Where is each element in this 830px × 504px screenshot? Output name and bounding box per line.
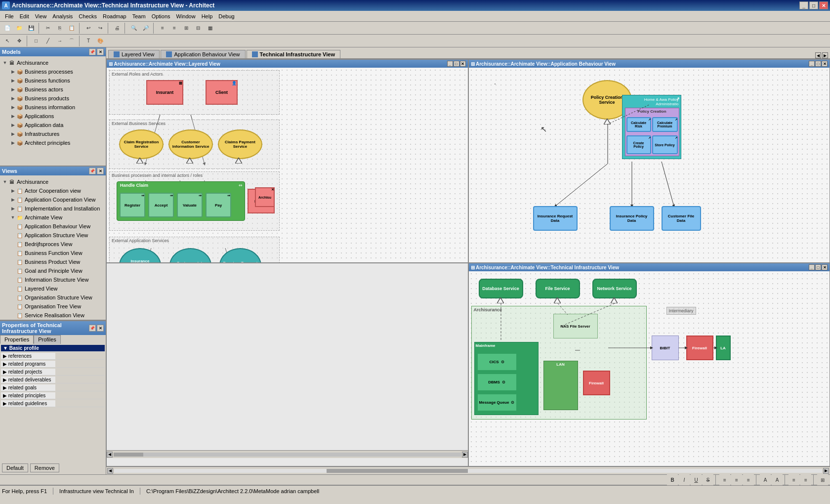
print-button[interactable]: 🖨 (112, 23, 123, 34)
scroll-track-main[interactable] (114, 469, 822, 473)
tree-applications[interactable]: ▶ 📦 Applications (10, 112, 104, 121)
zoom-in[interactable]: 🔍 (128, 23, 139, 34)
select-tool[interactable]: ↖ (2, 36, 13, 46)
tool3[interactable]: ▦ (205, 23, 215, 34)
ins-app-shape[interactable]: Insurance Application Service (119, 248, 161, 262)
menu-team[interactable]: Team (129, 12, 149, 20)
view-biz-function[interactable]: 📋 Business Function View (16, 249, 104, 257)
view-org-structure[interactable]: 📋 Organisation Structure View (16, 293, 104, 302)
view-app-coop[interactable]: ▶ 📋 Application Cooperation View (8, 195, 104, 204)
models-pin[interactable]: 📌 (89, 48, 96, 55)
cust-file-data-shape[interactable]: Customer File Data (662, 206, 701, 231)
claim-reg-shape[interactable]: Claim Registration Service (119, 129, 164, 159)
cut-button[interactable]: ✂ (42, 23, 53, 34)
view-org-tree[interactable]: 📋 Organisation Tree View (16, 302, 104, 311)
list-btn2[interactable]: ≡ (800, 474, 811, 485)
tree-business-functions[interactable]: ▶ 📦 Business functions (10, 76, 104, 85)
align-left[interactable]: ≡ (157, 23, 168, 34)
save-button[interactable]: 💾 (26, 23, 37, 34)
menu-edit[interactable]: Edit (17, 12, 32, 20)
tab-properties[interactable]: Properties (0, 335, 34, 344)
draw-curve[interactable]: ⌒ (66, 36, 77, 46)
draw-line[interactable]: ╱ (42, 36, 53, 46)
main-h-scrollbar[interactable]: ◀ ▶ (106, 466, 830, 474)
misc-btn[interactable]: ⊞ (817, 474, 828, 485)
tree-app-data[interactable]: ▶ 📦 Application data (10, 121, 104, 129)
view-archisurance-root[interactable]: ▼ 🏛 Archisurance (2, 177, 104, 186)
new-button[interactable]: 📄 (2, 23, 13, 34)
layered-min[interactable]: _ (447, 61, 453, 67)
menu-options[interactable]: Options (149, 12, 173, 20)
view-actor-coop[interactable]: ▶ 📋 Actor Cooperation view (8, 186, 104, 195)
view-service-real[interactable]: 📋 Service Realisation View (16, 311, 104, 320)
tree-archisurance-root[interactable]: ▼ 🏛 Archisurance (2, 58, 104, 67)
strikethrough-btn[interactable]: S (703, 474, 713, 485)
tab-next[interactable]: ▶ (822, 52, 828, 58)
align-center[interactable]: ≡ (169, 23, 180, 34)
layered-max[interactable]: □ (454, 61, 459, 67)
align-center-btn[interactable]: ≡ (731, 474, 742, 485)
tree-business-products[interactable]: ▶ 📦 Business products (10, 94, 104, 103)
view-impl[interactable]: ▶ 📋 Implementation and Installation (8, 204, 104, 213)
props-pin[interactable]: 📌 (89, 325, 96, 332)
props-close[interactable]: ✕ (97, 325, 104, 332)
tech-infra-canvas[interactable]: Database Service File Service (469, 271, 830, 466)
app-behaviour-canvas[interactable]: Policy Creation Service ↗ Home & Aw (469, 68, 830, 262)
italic-btn[interactable]: I (679, 474, 690, 485)
menu-roadmap[interactable]: Roadmap (100, 12, 129, 20)
color-tool[interactable]: 🎨 (95, 36, 106, 46)
menu-analysis[interactable]: Analysis (49, 12, 76, 20)
views-pin[interactable]: 📌 (89, 168, 96, 174)
menu-window[interactable]: Window (173, 12, 199, 20)
cust-info-shape[interactable]: Customer Information Service (168, 129, 213, 159)
claims-pay-shape[interactable]: Claims Payment Service (218, 129, 262, 159)
tab-profiles[interactable]: Profiles (34, 335, 61, 344)
h-scroll[interactable]: ◀ ▶ (107, 450, 468, 458)
format-btn1[interactable]: A (760, 474, 771, 485)
underline-btn[interactable]: U (691, 474, 702, 485)
move-tool[interactable]: ✥ (14, 36, 25, 46)
ti-min[interactable]: _ (809, 264, 815, 270)
client-shape[interactable]: Client 👤 (206, 80, 238, 105)
format-btn2[interactable]: A (772, 474, 783, 485)
redo-button[interactable]: ↪ (95, 23, 106, 34)
ti-close[interactable]: ✕ (822, 264, 828, 270)
view-app-structure[interactable]: 📋 Application Structure View (16, 231, 104, 240)
premium-pay-shape[interactable]: Premium Payment Service (219, 248, 261, 262)
tree-business-processes[interactable]: ▶ 📦 Business processes (10, 67, 104, 76)
handle-claim-container[interactable]: Handle Claim ⇔ Register ⇒ Acce (117, 181, 245, 221)
open-button[interactable]: 📁 (14, 23, 25, 34)
view-goal[interactable]: 📋 Goal and Principle View (16, 266, 104, 275)
tree-business-actors[interactable]: ▶ 📦 Business actors (10, 85, 104, 94)
blank-canvas[interactable]: ◀ ▶ (107, 263, 468, 458)
view-layered[interactable]: 📋 Layered View (16, 284, 104, 293)
tool2[interactable]: ⊟ (193, 23, 204, 34)
menu-view[interactable]: View (32, 12, 50, 20)
ins-req-data-shape[interactable]: Insurance Request Data (533, 206, 578, 231)
tab-prev[interactable]: ◀ (815, 52, 821, 58)
view-bedrijfs[interactable]: 📋 Bedrijfsproces View (16, 240, 104, 249)
minimize-button[interactable]: _ (799, 1, 808, 9)
tab-layered-view[interactable]: Layered View (108, 50, 160, 58)
ti-max[interactable]: □ (815, 264, 821, 270)
draw-arrow[interactable]: → (54, 36, 65, 46)
view-app-behaviour[interactable]: 📋 Application Behaviour View (16, 222, 104, 231)
view-archimate[interactable]: ▼ 📁 Archimate View (8, 213, 104, 222)
ab-max[interactable]: □ (815, 61, 821, 67)
ins-pol-data-shape[interactable]: Insurance Policy Data (610, 206, 654, 231)
maximize-button[interactable]: □ (809, 1, 818, 9)
views-close[interactable]: ✕ (97, 168, 104, 174)
list-btn1[interactable]: ≡ (788, 474, 799, 485)
accept-shape[interactable]: Accept ⇒ (148, 193, 174, 217)
remove-button[interactable]: Remove (30, 463, 59, 472)
register-shape[interactable]: Register ⇒ (120, 193, 145, 217)
models-close[interactable]: ✕ (97, 48, 104, 55)
layered-close[interactable]: ✕ (460, 61, 466, 67)
ab-min[interactable]: _ (809, 61, 815, 67)
bold-btn[interactable]: B (667, 474, 678, 485)
text-tool[interactable]: T (83, 36, 94, 46)
align-right-btn[interactable]: ≡ (743, 474, 754, 485)
cust-data-shape[interactable]: Customer data mutation Service (169, 248, 211, 262)
tree-business-info[interactable]: ▶ 📦 Business information (10, 103, 104, 112)
tool1[interactable]: ⊞ (181, 23, 192, 34)
